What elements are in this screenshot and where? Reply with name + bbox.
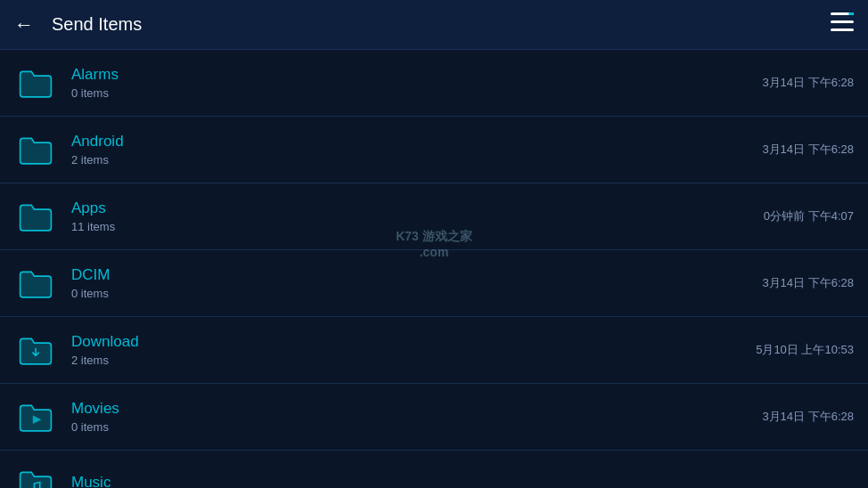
folder-icon — [14, 195, 57, 238]
item-date: 3月14日 下午6:28 — [762, 275, 854, 291]
folder-icon — [14, 262, 57, 305]
svg-rect-3 — [848, 12, 854, 15]
item-name: DCIM — [71, 266, 762, 284]
svg-rect-1 — [831, 20, 854, 23]
svg-rect-2 — [831, 28, 854, 31]
item-count: 2 items — [71, 153, 762, 167]
list-item[interactable]: Android 2 items 3月14日 下午6:28 — [0, 117, 868, 183]
header-left: ← Send Items — [14, 13, 142, 37]
item-count: 0 items — [71, 420, 762, 434]
folder-icon — [14, 61, 57, 104]
item-count: 2 items — [71, 354, 756, 367]
item-info: Alarms 0 items — [57, 66, 762, 100]
item-name: Apps — [71, 199, 764, 217]
item-date: 3月14日 下午6:28 — [762, 75, 854, 91]
item-count: 0 items — [71, 86, 762, 100]
item-info: Music — [57, 474, 854, 489]
item-name: Android — [71, 133, 762, 150]
back-button[interactable]: ← — [14, 13, 34, 37]
list-item[interactable]: Movies 0 items 3月14日 下午6:28 — [0, 384, 868, 451]
item-name: Download — [71, 333, 756, 351]
folder-icon — [14, 329, 57, 371]
list-item[interactable]: DCIM 0 items 3月14日 下午6:28 — [0, 250, 868, 317]
list-item[interactable]: Download 2 items 5月10日 上午10:53 — [0, 317, 868, 384]
list-item[interactable]: Alarms 0 items 3月14日 下午6:28 — [0, 50, 868, 117]
folder-icon — [14, 128, 57, 171]
folder-list: Alarms 0 items 3月14日 下午6:28 Android 2 it… — [0, 50, 868, 488]
item-name: Movies — [71, 400, 762, 418]
folder-icon — [14, 395, 57, 438]
page-title: Send Items — [52, 14, 142, 35]
list-item[interactable]: Music — [0, 451, 868, 488]
menu-button[interactable] — [831, 12, 854, 37]
list-item[interactable]: Apps 11 items 0分钟前 下午4:07 — [0, 183, 868, 250]
item-count: 11 items — [71, 220, 764, 233]
app-header: ← Send Items — [0, 0, 868, 50]
item-date: 5月10日 上午10:53 — [756, 342, 854, 358]
item-date: 3月14日 下午6:28 — [762, 142, 854, 158]
item-info: Apps 11 items — [57, 199, 764, 233]
folder-icon — [14, 462, 57, 488]
item-name: Music — [71, 474, 854, 489]
item-name: Alarms — [71, 66, 762, 84]
item-info: DCIM 0 items — [57, 266, 762, 300]
item-date: 3月14日 下午6:28 — [762, 409, 854, 425]
item-count: 0 items — [71, 287, 762, 300]
item-info: Download 2 items — [57, 333, 756, 367]
item-info: Android 2 items — [57, 133, 762, 167]
item-info: Movies 0 items — [57, 400, 762, 434]
item-date: 0分钟前 下午4:07 — [764, 208, 854, 224]
